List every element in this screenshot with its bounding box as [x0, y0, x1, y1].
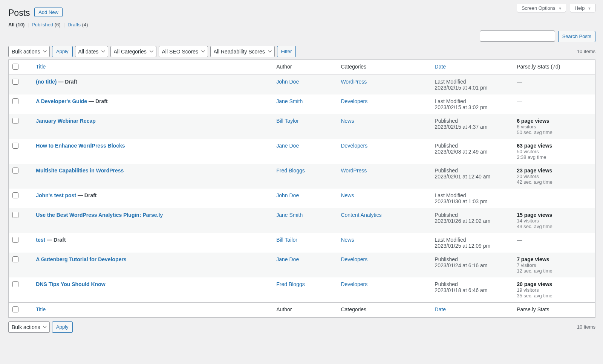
column-categories-header: Categories	[337, 60, 431, 75]
date-status: Published	[435, 143, 509, 149]
apply-bulk-button[interactable]: Apply	[52, 46, 73, 57]
post-title-link[interactable]: Multisite Capabilities in WordPress	[36, 168, 124, 174]
author-link[interactable]: Jane Smith	[276, 98, 303, 104]
status-filter-links: All (10) | Published (6) | Drafts (4)	[8, 22, 595, 27]
row-checkbox[interactable]	[12, 237, 18, 243]
row-checkbox[interactable]	[12, 256, 18, 262]
category-link[interactable]: Developers	[341, 98, 367, 104]
stats-views: 20 page views	[517, 281, 591, 287]
filter-published-link[interactable]: Published	[32, 22, 55, 27]
date-value: 2023/01/25 at 12:09 pm	[435, 243, 509, 249]
author-link[interactable]: John Doe	[276, 192, 299, 198]
author-link[interactable]: Jane Smith	[276, 212, 303, 218]
readability-filter-select[interactable]: All Readability Scores	[210, 46, 275, 57]
category-link[interactable]: Content Analytics	[341, 212, 381, 218]
column-stats-footer: Parse.ly Stats	[513, 302, 595, 317]
post-title-link[interactable]: DNS Tips You Should Know	[36, 281, 105, 287]
row-checkbox[interactable]	[12, 281, 18, 287]
post-title-link[interactable]: Use the Best WordPress Analytics Plugin:…	[36, 212, 163, 218]
post-title-link[interactable]: January Webinar Recap	[36, 118, 95, 124]
row-checkbox[interactable]	[12, 79, 18, 85]
date-value: 2023/02/15 at 4:37 am	[435, 124, 509, 130]
post-title-link[interactable]: A Gutenberg Tutorial for Developers	[36, 256, 126, 262]
date-value: 2023/01/30 at 1:03 pm	[435, 198, 509, 204]
row-checkbox[interactable]	[12, 212, 18, 218]
post-title-link[interactable]: test	[36, 237, 45, 243]
filter-all-link[interactable]: All (10)	[8, 22, 26, 27]
category-link[interactable]: Developers	[341, 256, 367, 262]
bulk-actions-select[interactable]: Bulk actions	[8, 46, 50, 57]
date-value: 2023/01/26 at 12:02 am	[435, 218, 509, 224]
post-state-draft: — Draft	[57, 79, 77, 85]
stats-empty: —	[517, 192, 522, 198]
help-button[interactable]: Help ▼	[570, 4, 595, 12]
bulk-actions-select-bottom[interactable]: Bulk actions	[8, 321, 50, 333]
stats-visitors: 7 visitors	[517, 262, 591, 268]
column-title-header[interactable]: Title	[36, 64, 46, 70]
search-posts-button[interactable]: Search Posts	[558, 31, 595, 42]
column-title-footer[interactable]: Title	[36, 306, 46, 312]
stats-time: 43 sec. avg time	[517, 224, 591, 229]
select-all-checkbox[interactable]	[12, 64, 18, 70]
pagination-count: 10 items	[577, 49, 595, 54]
search-input[interactable]	[480, 30, 555, 42]
row-checkbox[interactable]	[12, 168, 18, 174]
stats-views: 7 page views	[517, 256, 591, 262]
stats-time: 35 sec. avg time	[517, 293, 591, 299]
table-row: Multisite Capabilities in WordPressFred …	[9, 164, 595, 189]
row-checkbox[interactable]	[12, 118, 18, 124]
apply-bulk-button-bottom[interactable]: Apply	[52, 321, 73, 333]
column-date-header[interactable]: Date	[435, 64, 446, 70]
seo-filter-select[interactable]: All SEO Scores	[159, 46, 208, 57]
post-title-link[interactable]: A Developer's Guide	[36, 98, 87, 104]
date-value: 2023/01/18 at 6:46 am	[435, 287, 509, 293]
category-link[interactable]: WordPress	[341, 168, 367, 174]
category-link[interactable]: Developers	[341, 143, 367, 149]
post-title-link[interactable]: John's test post	[36, 192, 76, 198]
author-link[interactable]: Bill Taylor	[276, 118, 299, 124]
table-row: John's test post — DraftJohn DoeNewsLast…	[9, 189, 595, 208]
date-value: 2023/01/24 at 6:16 am	[435, 262, 509, 268]
table-row: test — DraftBill TailorNewsLast Modified…	[9, 233, 595, 253]
column-author-header: Author	[272, 60, 337, 75]
category-filter-select[interactable]: All Categories	[110, 46, 156, 57]
row-checkbox[interactable]	[12, 143, 18, 149]
date-filter-select[interactable]: All dates	[75, 46, 108, 57]
author-link[interactable]: Jane Doe	[276, 256, 299, 262]
screen-options-button[interactable]: Screen Options ▼	[517, 4, 566, 12]
post-state-draft: — Draft	[87, 98, 107, 104]
separator: |	[28, 22, 29, 27]
filter-published-label: Published	[32, 22, 53, 27]
category-link[interactable]: News	[341, 118, 354, 124]
stats-empty: —	[517, 79, 522, 85]
author-link[interactable]: Bill Tailor	[276, 237, 297, 243]
row-checkbox[interactable]	[12, 98, 18, 104]
stats-empty: —	[517, 98, 522, 104]
add-new-button[interactable]: Add New	[34, 8, 63, 17]
column-date-footer[interactable]: Date	[435, 306, 446, 312]
select-all-checkbox-bottom[interactable]	[12, 306, 18, 312]
filter-drafts-link[interactable]: Drafts	[67, 22, 82, 27]
author-link[interactable]: Jane Doe	[276, 143, 299, 149]
category-link[interactable]: News	[341, 192, 354, 198]
posts-table: Title Author Categories Date Parse.ly St…	[8, 59, 595, 318]
author-link[interactable]: Fred Bloggs	[276, 168, 305, 174]
post-title-link[interactable]: (no title)	[36, 79, 57, 85]
stats-visitors: 19 visitors	[517, 287, 591, 293]
table-row: How to Enhance WordPress BlocksJane DoeD…	[9, 139, 595, 164]
filter-button[interactable]: Filter	[277, 46, 296, 57]
category-link[interactable]: News	[341, 237, 354, 243]
post-title-link[interactable]: How to Enhance WordPress Blocks	[36, 143, 125, 149]
stats-views: 6 page views	[517, 118, 591, 124]
stats-empty: —	[517, 237, 522, 243]
author-link[interactable]: Fred Bloggs	[276, 281, 305, 287]
filter-all-count: (10)	[16, 22, 24, 27]
author-link[interactable]: John Doe	[276, 79, 299, 85]
date-status: Published	[435, 168, 509, 174]
category-link[interactable]: Developers	[341, 281, 367, 287]
help-label: Help	[575, 5, 585, 11]
table-row: Use the Best WordPress Analytics Plugin:…	[9, 208, 595, 233]
date-status: Published	[435, 281, 509, 287]
category-link[interactable]: WordPress	[341, 79, 367, 85]
row-checkbox[interactable]	[12, 192, 18, 198]
